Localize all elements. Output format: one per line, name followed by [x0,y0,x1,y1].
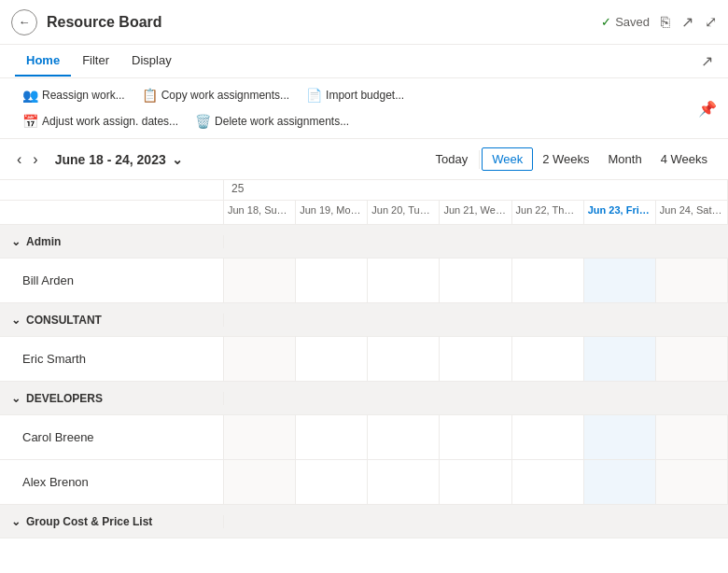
day-cell[interactable] [656,460,728,504]
day-header-mon: Jun 19, Mon... [296,201,368,224]
calendar-grid: 25 Jun 18, Sund... Jun 19, Mon... Jun 20… [0,180,728,538]
day-cell[interactable] [440,460,511,504]
resource-cells [224,415,728,459]
copy-work-button[interactable]: 📋 Copy work assignments... [134,84,297,106]
view-2weeks-button[interactable]: 2 Weeks [533,148,598,170]
day-header-row: Jun 18, Sund... Jun 19, Mon... Jun 20, T… [0,201,728,225]
week-number: 25 [224,180,728,200]
day-header-sat: Jun 24, Satu... [656,201,728,224]
day-cell[interactable] [440,415,511,459]
ribbon-nav: Home Filter Display ↗ [0,45,728,78]
title-bar: ← Resource Board ✓ Saved ⎘ ↗ ⤢ [0,0,728,45]
day-cell[interactable] [656,415,728,459]
resource-row-eric-smarth: Eric Smarth [0,337,728,382]
label-cell-spacer [0,180,224,200]
reassign-work-button[interactable]: 👥 Reassign work... [15,84,133,106]
day-cell[interactable] [224,259,296,302]
day-cell[interactable] [512,460,584,504]
day-cell[interactable] [224,415,296,459]
next-arrow[interactable]: › [27,147,43,172]
day-cell[interactable] [656,259,728,302]
day-cell[interactable] [296,460,368,504]
delete-assignments-button[interactable]: 🗑️ Delete work assignments... [188,110,357,133]
date-range-button[interactable]: June 18 - 24, 2023 ⌄ [48,148,190,171]
day-cell[interactable] [512,415,584,459]
day-cell[interactable] [296,415,368,459]
view-today-button[interactable]: Today [426,148,477,170]
day-cell-today[interactable] [584,337,656,381]
resource-cells [224,337,728,381]
chevron-down-icon-developers[interactable]: ⌄ [11,392,21,405]
check-icon: ✓ [601,15,611,29]
resource-label: Eric Smarth [0,337,224,381]
group-row-admin: ⌄ Admin [0,225,728,259]
toolbar-group-left: 👥 Reassign work... 📋 Copy work assignmen… [15,84,412,133]
view-week-button[interactable]: Week [482,147,533,171]
view-month-button[interactable]: Month [599,148,651,170]
day-cell[interactable] [512,337,584,381]
adjust-label: Adjust work assign. dates... [42,115,178,128]
saved-status: ✓ Saved [601,15,650,29]
view-4weeks-button[interactable]: 4 Weeks [651,148,717,170]
group-row-developers: ⌄ DEVELOPERS [0,382,728,415]
ribbon-toolbar: 👥 Reassign work... 📋 Copy work assignmen… [0,78,728,139]
day-cell[interactable] [296,337,368,381]
day-cell[interactable] [440,337,511,381]
share-icon[interactable]: ↗ [681,13,693,31]
bookmark-icon[interactable]: ⎘ [661,14,670,31]
day-header-sun: Jun 18, Sund... [224,201,296,224]
group-row-consultant: ⌄ CONSULTANT [0,303,728,337]
adjust-dates-button[interactable]: 📅 Adjust work assign. dates... [15,110,186,133]
chevron-down-icon-admin[interactable]: ⌄ [11,235,21,248]
import-icon: 📄 [306,88,322,103]
tab-filter[interactable]: Filter [71,46,120,77]
group-label-consultant: ⌄ CONSULTANT [0,314,224,327]
copy-icon: 📋 [142,88,158,103]
ribbon-share-icon[interactable]: ↗ [701,52,713,70]
chevron-down-icon-cost-price[interactable]: ⌄ [11,515,21,528]
view-toggle: Today Week 2 Weeks Month 4 Weeks [426,147,717,171]
group-label-admin: ⌄ Admin [0,235,224,248]
group-label-cost-price: ⌄ Group Cost & Price List [0,515,224,528]
toolbar-row-2: 📅 Adjust work assign. dates... 🗑️ Delete… [15,110,412,133]
date-range-text: June 18 - 24, 2023 [55,152,166,167]
day-cell-today[interactable] [584,415,656,459]
day-cell[interactable] [656,337,728,381]
day-cell[interactable] [440,259,511,302]
adjust-icon: 📅 [22,114,38,129]
day-cell[interactable] [368,337,440,381]
pin-icon[interactable]: 📌 [698,100,717,118]
resource-row-carol-breene: Carol Breene [0,415,728,460]
chevron-down-icon: ⌄ [172,152,183,167]
back-button[interactable]: ← [11,9,37,35]
day-cell[interactable] [368,259,440,302]
day-cell[interactable] [224,460,296,504]
delete-label: Delete work assignments... [215,115,349,128]
calendar-body: ⌄ Admin Bill Arden [0,225,728,538]
expand-icon[interactable]: ⤢ [705,13,717,31]
resource-row-bill-arden: Bill Arden [0,259,728,303]
tab-display[interactable]: Display [120,46,183,77]
day-cell[interactable] [368,460,440,504]
week-number-row: 25 [0,180,728,201]
day-cell[interactable] [512,259,584,302]
saved-text: Saved [615,15,650,29]
day-cell-today[interactable] [584,259,656,302]
reassign-icon: 👥 [22,88,38,103]
day-cell[interactable] [296,259,368,302]
group-label-developers: ⌄ DEVELOPERS [0,392,224,405]
import-budget-button[interactable]: 📄 Import budget... [299,84,412,106]
calendar-header: ‹ › June 18 - 24, 2023 ⌄ Today Week 2 We… [0,139,728,180]
toolbar-row-1: 👥 Reassign work... 📋 Copy work assignmen… [15,84,412,106]
day-cell[interactable] [224,337,296,381]
day-cell-today[interactable] [584,460,656,504]
reassign-label: Reassign work... [42,89,125,102]
resource-label: Alex Brenon [0,460,224,504]
day-cell[interactable] [368,415,440,459]
day-header-tue: Jun 20, Tues... [368,201,440,224]
chevron-down-icon-consultant[interactable]: ⌄ [11,314,21,327]
title-bar-actions: ✓ Saved ⎘ ↗ ⤢ [601,13,717,31]
tab-home[interactable]: Home [15,46,71,77]
prev-arrow[interactable]: ‹ [11,147,27,172]
page-title: Resource Board [47,14,601,31]
